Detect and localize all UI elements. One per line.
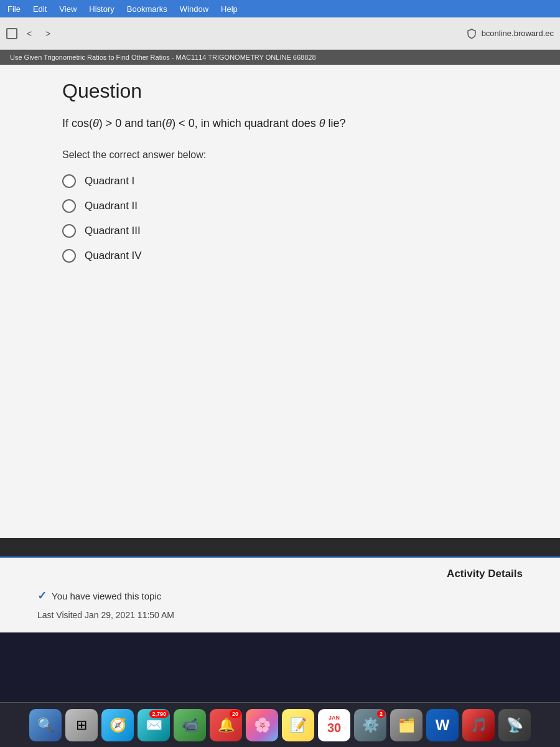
safari-icon: 🧭 <box>110 717 126 733</box>
dock-notes[interactable]: 📝 <box>282 709 314 741</box>
forward-button[interactable]: > <box>41 27 55 40</box>
finder-icon: 🔍 <box>37 717 54 733</box>
check-icon: ✓ <box>37 589 47 603</box>
dock-music[interactable]: 🎵 <box>462 709 495 741</box>
menu-history[interactable]: History <box>89 4 114 14</box>
dock-calendar[interactable]: JAN 30 <box>318 709 350 741</box>
facetime-icon: 📹 <box>182 717 198 733</box>
option-label-1: Quadrant I <box>85 175 134 187</box>
wifi-icon: 📡 <box>506 717 523 733</box>
dock-photos[interactable]: 🌸 <box>246 709 278 741</box>
dock-wifi[interactable]: 📡 <box>498 709 531 741</box>
dock: 🔍 ⊞ 🧭 ✉️ 2,790 📹 🔔 20 🌸 📝 JAN 30 ⚙️ 2 🗂️ <box>0 702 560 747</box>
back-button[interactable]: < <box>22 27 36 40</box>
option-quadrant-4[interactable]: Quadrant IV <box>62 249 523 263</box>
page-title-bar: Use Given Trigonometric Ratios to Find O… <box>0 50 560 65</box>
menu-edit[interactable]: Edit <box>33 4 47 14</box>
option-label-3: Quadrant III <box>85 225 141 237</box>
dock-word[interactable]: W <box>426 709 459 741</box>
select-label: Select the correct answer below: <box>62 149 523 161</box>
option-quadrant-2[interactable]: Quadrant II <box>62 199 523 213</box>
page-title-text: Use Given Trigonometric Ratios to Find O… <box>10 54 316 61</box>
files-icon: 🗂️ <box>398 717 415 733</box>
dock-files[interactable]: 🗂️ <box>390 709 422 741</box>
dock-safari[interactable]: 🧭 <box>101 709 134 741</box>
reminders-icon: 🔔 <box>218 717 235 733</box>
dock-reminders[interactable]: 🔔 20 <box>210 709 242 741</box>
menu-bookmarks[interactable]: Bookmarks <box>127 4 167 14</box>
system-prefs-icon: ⚙️ <box>362 717 379 733</box>
menu-file[interactable]: File <box>7 4 21 14</box>
browser-chrome: < > bconline.broward.ec <box>0 17 560 50</box>
main-content: Question If cos(θ) > 0 and tan(θ) < 0, i… <box>0 65 560 538</box>
viewed-text: You have viewed this topic <box>52 591 161 601</box>
activity-details-title: Activity Details <box>37 568 523 580</box>
dock-launchpad[interactable]: ⊞ <box>65 709 98 741</box>
option-label-4: Quadrant IV <box>85 250 142 262</box>
mail-badge: 2,790 <box>149 710 169 718</box>
option-label-2: Quadrant II <box>85 200 138 212</box>
notes-icon: 📝 <box>290 717 307 733</box>
tab-icon <box>6 28 17 39</box>
music-icon: 🎵 <box>470 717 487 733</box>
mail-icon: ✉️ <box>146 717 162 733</box>
menu-help[interactable]: Help <box>221 4 238 14</box>
system-badge: 2 <box>377 710 385 718</box>
address-text[interactable]: bconline.broward.ec <box>482 29 554 38</box>
word-icon: W <box>436 716 450 734</box>
security-icon <box>465 27 478 40</box>
radio-quadrant-4[interactable] <box>62 249 76 263</box>
calendar-day: 30 <box>327 721 341 735</box>
radio-quadrant-3[interactable] <box>62 224 76 238</box>
question-text: If cos(θ) > 0 and tan(θ) < 0, in which q… <box>62 115 523 132</box>
radio-quadrant-2[interactable] <box>62 199 76 213</box>
menu-view[interactable]: View <box>59 4 77 14</box>
dock-mail[interactable]: ✉️ 2,790 <box>138 709 170 741</box>
dock-system-prefs[interactable]: ⚙️ 2 <box>354 709 386 741</box>
radio-quadrant-1[interactable] <box>62 174 76 188</box>
answer-options: Quadrant I Quadrant II Quadrant III Quad… <box>62 174 523 263</box>
activity-section: Activity Details ✓ You have viewed this … <box>0 557 560 632</box>
dock-facetime[interactable]: 📹 <box>174 709 206 741</box>
dark-overlay <box>0 538 560 557</box>
option-quadrant-3[interactable]: Quadrant III <box>62 224 523 238</box>
menu-window[interactable]: Window <box>180 4 208 14</box>
dock-finder[interactable]: 🔍 <box>29 709 62 741</box>
calendar-month: JAN <box>329 715 340 721</box>
photos-icon: 🌸 <box>254 717 271 733</box>
reminders-badge: 20 <box>230 710 241 718</box>
address-bar-area: bconline.broward.ec <box>60 27 554 40</box>
last-visited: Last Visited Jan 29, 2021 11:50 AM <box>37 610 523 620</box>
option-quadrant-1[interactable]: Quadrant I <box>62 174 523 188</box>
menu-bar: File Edit View History Bookmarks Window … <box>0 0 560 17</box>
viewed-row: ✓ You have viewed this topic <box>37 589 523 603</box>
launchpad-icon: ⊞ <box>76 717 87 733</box>
question-heading: Question <box>62 80 523 103</box>
